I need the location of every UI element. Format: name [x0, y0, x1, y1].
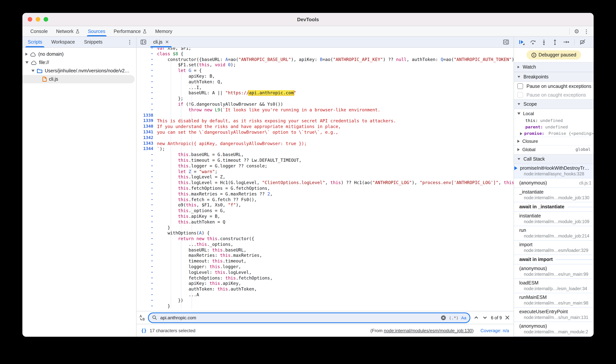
gutter-cell[interactable]: - [137, 169, 157, 174]
code-text[interactable]: this.logger = G.logger ?? console; [157, 163, 514, 169]
gutter-cell[interactable]: - [137, 303, 157, 309]
code-text[interactable]: }) [157, 298, 514, 303]
gutter-cell[interactable]: - [137, 57, 157, 62]
code-line[interactable]: - apiKey: this.apiKey, [137, 281, 514, 286]
code-text[interactable] [157, 135, 514, 141]
stack-frame[interactable]: runnode:internal/m…module_job:214 [514, 226, 594, 241]
caret-right-icon[interactable] [517, 148, 520, 151]
gutter-cell[interactable]: - [137, 208, 157, 214]
code-text[interactable]: apiKey: B, [157, 74, 514, 79]
code-text[interactable]: baseURL: this.baseURL, [157, 247, 514, 253]
gutter-cell[interactable]: - [137, 68, 157, 74]
code-text[interactable]: this.logLevel = Hc1(G.logLevel, "ClientO… [157, 180, 514, 186]
gutter-cell[interactable]: 1341 [137, 130, 157, 135]
gutter-cell[interactable]: - [137, 281, 157, 286]
scope-closure[interactable]: Closure [514, 137, 594, 145]
code-text[interactable]: $F1.set(this, void 0); [157, 62, 514, 68]
code-line[interactable]: - apiKey: B, [137, 74, 514, 79]
stack-frame[interactable]: promiseInitHookWithDestroyTr…node:intern… [514, 164, 594, 178]
gutter-cell[interactable]: - [137, 270, 157, 275]
coverage-link[interactable]: Coverage: n/a [480, 328, 509, 333]
breakpoint-option[interactable]: Pause on caught exceptions [514, 91, 594, 99]
previous-match-icon[interactable] [473, 315, 479, 320]
code-text[interactable]: `); [157, 146, 514, 152]
code-line[interactable]: - ...A [137, 292, 514, 298]
gutter-cell[interactable]: - [137, 191, 157, 197]
code-text[interactable]: logLevel: this.logLevel, [157, 270, 514, 275]
code-text[interactable]: constructor({baseURL: A=ao("ANTHROPIC_BA… [157, 57, 514, 62]
code-text[interactable]: apiKey: this.apiKey, [157, 281, 514, 286]
gutter-cell[interactable]: 1340 [137, 124, 157, 130]
navigator-more-icon[interactable]: ⋮ [127, 39, 132, 45]
code-text[interactable]: this.maxRetries = G.maxRetries ?? 2, [157, 191, 514, 197]
code-line[interactable]: - return new this.constructor({ [137, 236, 514, 242]
code-line[interactable]: - ...I, [137, 85, 514, 90]
code-text[interactable]: ...I, [157, 85, 514, 90]
gutter-cell[interactable]: - [137, 202, 157, 208]
gutter-cell[interactable]: - [137, 214, 157, 219]
code-text[interactable]: authToken: Q, [157, 79, 514, 85]
gutter-cell[interactable]: - [137, 90, 157, 96]
code-text[interactable]: ...A [157, 292, 514, 298]
breakpoint-option[interactable]: Pause on uncaught exceptions [514, 82, 594, 91]
code-line[interactable]: - throw new L9(`It looks like you're run… [137, 107, 514, 113]
code-line[interactable]: 1340If you understand the risks and have… [137, 124, 514, 130]
code-text[interactable]: if (!G.dangerouslyAllowBrowser && Ys0()) [157, 102, 514, 107]
tree-item--no-domain-[interactable]: (no domain) [22, 50, 136, 58]
tree-item-users-jinhuilee-nvm-versions-node-v2-[interactable]: Users/jinhuilee/.nvm/versions/node/v2… [22, 67, 136, 75]
gutter-cell[interactable]: - [137, 242, 157, 247]
code-line[interactable]: - this.logger = G.logger ?? console; [137, 163, 514, 169]
gutter-cell[interactable]: - [137, 298, 157, 303]
close-find-bar-icon[interactable] [505, 315, 510, 320]
scope-local[interactable]: Local [514, 110, 594, 117]
resume-script-icon[interactable] [518, 39, 525, 45]
caret-right-icon[interactable] [520, 132, 522, 135]
code-line[interactable]: - ...this._options, [137, 242, 514, 247]
show-debugger-sidebar-icon[interactable] [503, 37, 514, 47]
stack-frame[interactable]: _instantiatenode:internal/m…module_job:1… [514, 188, 594, 202]
gutter-cell[interactable]: - [137, 236, 157, 242]
code-text[interactable]: this.authToken = Q [157, 219, 514, 225]
gutter-cell[interactable]: - [137, 102, 157, 107]
checkbox[interactable] [517, 92, 523, 98]
code-text[interactable] [157, 113, 514, 118]
code-text[interactable]: class $8 { [157, 51, 514, 57]
section-breakpoints[interactable]: Breakpoints [514, 72, 594, 82]
gutter-cell[interactable]: - [137, 225, 157, 231]
more-options-icon[interactable]: ⋮ [584, 29, 589, 34]
scope-global[interactable]: Globalglobal [514, 145, 594, 153]
gutter-cell[interactable]: - [137, 275, 157, 281]
code-line[interactable]: - constructor({baseURL: A=ao("ANTHROPIC_… [137, 57, 514, 62]
code-text[interactable]: this.logLevel = Z, [157, 174, 514, 180]
gutter-cell[interactable]: - [137, 292, 157, 298]
code-text[interactable]: maxRetries: this.maxRetries, [157, 253, 514, 259]
gutter-cell[interactable]: - [137, 51, 157, 57]
gutter-cell[interactable]: - [137, 247, 157, 253]
code-text[interactable]: new Anthropic({ apiKey, dangerouslyAllow… [157, 141, 514, 146]
code-line[interactable]: - authToken: Q, [137, 79, 514, 85]
caret-down-icon[interactable] [25, 61, 28, 64]
code-line[interactable]: -class $8 { [137, 51, 514, 57]
gutter-cell[interactable]: - [137, 180, 157, 186]
code-line[interactable]: - this.fetch = G.fetch ?? Fs0(), [137, 197, 514, 202]
code-line[interactable]: - logLevel: this.logLevel, [137, 270, 514, 275]
code-text[interactable]: var Xs0, $F1; [157, 48, 514, 51]
navigator-tab-scripts[interactable]: Scripts [23, 37, 47, 47]
code-line[interactable]: - baseURL: A || "https://api.anthropic.c… [137, 90, 514, 96]
gutter-cell[interactable]: - [137, 264, 157, 270]
code-line[interactable]: - let G = { [137, 68, 514, 74]
code-text[interactable]: o9(this, $F1, Xs0, "f"), [157, 202, 514, 208]
tab-sources[interactable]: Sources [84, 26, 110, 36]
code-text[interactable]: this.timeout = G.timeout ?? Lw.DEFAULT_T… [157, 157, 514, 163]
checkbox[interactable] [517, 83, 523, 89]
code-line[interactable]: - maxRetries: this.maxRetries, [137, 253, 514, 259]
stack-frame[interactable]: executeUserEntryPointnode:internal/m…s/r… [514, 308, 594, 322]
code-text[interactable]: you can set the \`dangerouslyAllowBrowse… [157, 130, 514, 135]
scope-variable[interactable]: parent:undefined [514, 124, 594, 130]
code-text[interactable]: logger: this.logger, [157, 264, 514, 270]
gutter-cell[interactable]: - [137, 74, 157, 79]
step-into-icon[interactable] [541, 39, 547, 45]
step-icon[interactable] [563, 39, 569, 45]
pretty-print-icon[interactable]: {} [141, 328, 147, 333]
gutter-cell[interactable]: - [137, 157, 157, 163]
